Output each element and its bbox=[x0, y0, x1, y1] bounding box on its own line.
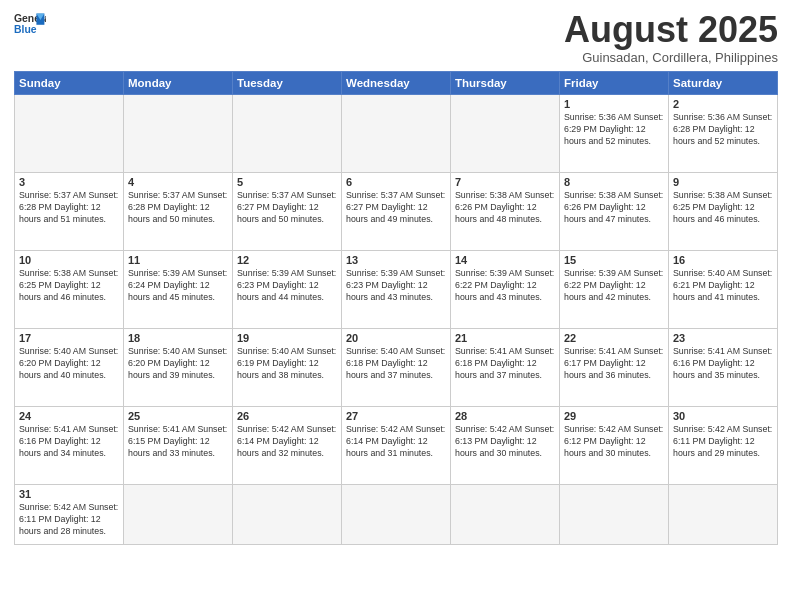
day-number: 22 bbox=[564, 332, 664, 344]
day-number: 25 bbox=[128, 410, 228, 422]
table-row: 17Sunrise: 5:40 AM Sunset: 6:20 PM Dayli… bbox=[15, 328, 124, 406]
table-row: 21Sunrise: 5:41 AM Sunset: 6:18 PM Dayli… bbox=[451, 328, 560, 406]
calendar-subtitle: Guinsadan, Cordillera, Philippines bbox=[564, 50, 778, 65]
day-info: Sunrise: 5:39 AM Sunset: 6:23 PM Dayligh… bbox=[346, 267, 446, 304]
calendar-table: Sunday Monday Tuesday Wednesday Thursday… bbox=[14, 71, 778, 545]
day-number: 29 bbox=[564, 410, 664, 422]
day-info: Sunrise: 5:40 AM Sunset: 6:20 PM Dayligh… bbox=[128, 345, 228, 382]
day-number: 6 bbox=[346, 176, 446, 188]
table-row: 30Sunrise: 5:42 AM Sunset: 6:11 PM Dayli… bbox=[669, 406, 778, 484]
table-row bbox=[124, 484, 233, 544]
day-number: 4 bbox=[128, 176, 228, 188]
calendar-week-row: 24Sunrise: 5:41 AM Sunset: 6:16 PM Dayli… bbox=[15, 406, 778, 484]
day-number: 23 bbox=[673, 332, 773, 344]
day-info: Sunrise: 5:40 AM Sunset: 6:21 PM Dayligh… bbox=[673, 267, 773, 304]
generalblue-logo-icon: General Blue bbox=[14, 10, 46, 38]
svg-text:Blue: Blue bbox=[14, 24, 37, 35]
day-number: 30 bbox=[673, 410, 773, 422]
table-row: 14Sunrise: 5:39 AM Sunset: 6:22 PM Dayli… bbox=[451, 250, 560, 328]
day-number: 27 bbox=[346, 410, 446, 422]
table-row: 16Sunrise: 5:40 AM Sunset: 6:21 PM Dayli… bbox=[669, 250, 778, 328]
day-number: 12 bbox=[237, 254, 337, 266]
table-row: 27Sunrise: 5:42 AM Sunset: 6:14 PM Dayli… bbox=[342, 406, 451, 484]
day-info: Sunrise: 5:41 AM Sunset: 6:17 PM Dayligh… bbox=[564, 345, 664, 382]
day-info: Sunrise: 5:41 AM Sunset: 6:15 PM Dayligh… bbox=[128, 423, 228, 460]
day-number: 10 bbox=[19, 254, 119, 266]
day-number: 3 bbox=[19, 176, 119, 188]
day-info: Sunrise: 5:40 AM Sunset: 6:20 PM Dayligh… bbox=[19, 345, 119, 382]
day-info: Sunrise: 5:38 AM Sunset: 6:26 PM Dayligh… bbox=[564, 189, 664, 226]
table-row: 26Sunrise: 5:42 AM Sunset: 6:14 PM Dayli… bbox=[233, 406, 342, 484]
day-info: Sunrise: 5:37 AM Sunset: 6:28 PM Dayligh… bbox=[128, 189, 228, 226]
table-row: 11Sunrise: 5:39 AM Sunset: 6:24 PM Dayli… bbox=[124, 250, 233, 328]
table-row: 25Sunrise: 5:41 AM Sunset: 6:15 PM Dayli… bbox=[124, 406, 233, 484]
table-row bbox=[124, 94, 233, 172]
calendar-title: August 2025 bbox=[564, 10, 778, 50]
header-saturday: Saturday bbox=[669, 71, 778, 94]
table-row: 5Sunrise: 5:37 AM Sunset: 6:27 PM Daylig… bbox=[233, 172, 342, 250]
day-number: 21 bbox=[455, 332, 555, 344]
day-info: Sunrise: 5:36 AM Sunset: 6:28 PM Dayligh… bbox=[673, 111, 773, 148]
table-row: 6Sunrise: 5:37 AM Sunset: 6:27 PM Daylig… bbox=[342, 172, 451, 250]
day-info: Sunrise: 5:37 AM Sunset: 6:27 PM Dayligh… bbox=[346, 189, 446, 226]
header-area: General Blue August 2025 Guinsadan, Cord… bbox=[14, 10, 778, 65]
table-row: 24Sunrise: 5:41 AM Sunset: 6:16 PM Dayli… bbox=[15, 406, 124, 484]
day-number: 28 bbox=[455, 410, 555, 422]
table-row: 1Sunrise: 5:36 AM Sunset: 6:29 PM Daylig… bbox=[560, 94, 669, 172]
table-row: 10Sunrise: 5:38 AM Sunset: 6:25 PM Dayli… bbox=[15, 250, 124, 328]
table-row bbox=[451, 484, 560, 544]
table-row: 3Sunrise: 5:37 AM Sunset: 6:28 PM Daylig… bbox=[15, 172, 124, 250]
day-info: Sunrise: 5:42 AM Sunset: 6:11 PM Dayligh… bbox=[19, 501, 119, 538]
table-row bbox=[15, 94, 124, 172]
table-row: 31Sunrise: 5:42 AM Sunset: 6:11 PM Dayli… bbox=[15, 484, 124, 544]
day-number: 24 bbox=[19, 410, 119, 422]
table-row: 15Sunrise: 5:39 AM Sunset: 6:22 PM Dayli… bbox=[560, 250, 669, 328]
day-info: Sunrise: 5:39 AM Sunset: 6:23 PM Dayligh… bbox=[237, 267, 337, 304]
title-area: August 2025 Guinsadan, Cordillera, Phili… bbox=[564, 10, 778, 65]
day-number: 31 bbox=[19, 488, 119, 500]
table-row: 29Sunrise: 5:42 AM Sunset: 6:12 PM Dayli… bbox=[560, 406, 669, 484]
calendar-week-row: 1Sunrise: 5:36 AM Sunset: 6:29 PM Daylig… bbox=[15, 94, 778, 172]
day-number: 16 bbox=[673, 254, 773, 266]
day-info: Sunrise: 5:38 AM Sunset: 6:26 PM Dayligh… bbox=[455, 189, 555, 226]
day-number: 20 bbox=[346, 332, 446, 344]
day-number: 14 bbox=[455, 254, 555, 266]
day-info: Sunrise: 5:37 AM Sunset: 6:28 PM Dayligh… bbox=[19, 189, 119, 226]
calendar-week-row: 3Sunrise: 5:37 AM Sunset: 6:28 PM Daylig… bbox=[15, 172, 778, 250]
table-row: 18Sunrise: 5:40 AM Sunset: 6:20 PM Dayli… bbox=[124, 328, 233, 406]
weekday-header-row: Sunday Monday Tuesday Wednesday Thursday… bbox=[15, 71, 778, 94]
day-info: Sunrise: 5:41 AM Sunset: 6:16 PM Dayligh… bbox=[673, 345, 773, 382]
header-tuesday: Tuesday bbox=[233, 71, 342, 94]
day-info: Sunrise: 5:40 AM Sunset: 6:18 PM Dayligh… bbox=[346, 345, 446, 382]
header-wednesday: Wednesday bbox=[342, 71, 451, 94]
header-monday: Monday bbox=[124, 71, 233, 94]
table-row bbox=[233, 484, 342, 544]
day-info: Sunrise: 5:39 AM Sunset: 6:22 PM Dayligh… bbox=[564, 267, 664, 304]
table-row: 22Sunrise: 5:41 AM Sunset: 6:17 PM Dayli… bbox=[560, 328, 669, 406]
day-number: 19 bbox=[237, 332, 337, 344]
table-row: 2Sunrise: 5:36 AM Sunset: 6:28 PM Daylig… bbox=[669, 94, 778, 172]
day-number: 7 bbox=[455, 176, 555, 188]
day-number: 11 bbox=[128, 254, 228, 266]
table-row bbox=[342, 94, 451, 172]
day-number: 17 bbox=[19, 332, 119, 344]
day-number: 13 bbox=[346, 254, 446, 266]
day-info: Sunrise: 5:42 AM Sunset: 6:13 PM Dayligh… bbox=[455, 423, 555, 460]
day-info: Sunrise: 5:42 AM Sunset: 6:12 PM Dayligh… bbox=[564, 423, 664, 460]
table-row: 12Sunrise: 5:39 AM Sunset: 6:23 PM Dayli… bbox=[233, 250, 342, 328]
table-row bbox=[560, 484, 669, 544]
day-number: 9 bbox=[673, 176, 773, 188]
page: General Blue August 2025 Guinsadan, Cord… bbox=[0, 0, 792, 555]
day-info: Sunrise: 5:42 AM Sunset: 6:11 PM Dayligh… bbox=[673, 423, 773, 460]
table-row: 4Sunrise: 5:37 AM Sunset: 6:28 PM Daylig… bbox=[124, 172, 233, 250]
calendar-week-row: 10Sunrise: 5:38 AM Sunset: 6:25 PM Dayli… bbox=[15, 250, 778, 328]
day-info: Sunrise: 5:42 AM Sunset: 6:14 PM Dayligh… bbox=[237, 423, 337, 460]
calendar-week-row: 17Sunrise: 5:40 AM Sunset: 6:20 PM Dayli… bbox=[15, 328, 778, 406]
table-row: 8Sunrise: 5:38 AM Sunset: 6:26 PM Daylig… bbox=[560, 172, 669, 250]
day-info: Sunrise: 5:40 AM Sunset: 6:19 PM Dayligh… bbox=[237, 345, 337, 382]
logo-area: General Blue bbox=[14, 10, 46, 38]
day-info: Sunrise: 5:39 AM Sunset: 6:24 PM Dayligh… bbox=[128, 267, 228, 304]
day-number: 15 bbox=[564, 254, 664, 266]
table-row: 28Sunrise: 5:42 AM Sunset: 6:13 PM Dayli… bbox=[451, 406, 560, 484]
table-row: 23Sunrise: 5:41 AM Sunset: 6:16 PM Dayli… bbox=[669, 328, 778, 406]
